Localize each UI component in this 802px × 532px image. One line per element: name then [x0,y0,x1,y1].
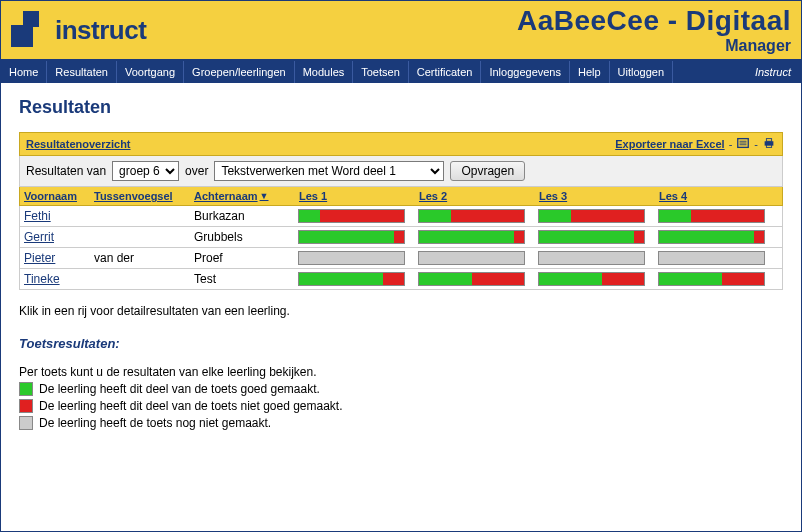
table-row[interactable]: Pietervan derProef [19,248,783,269]
legend-good: De leerling heeft dit deel van de toets … [19,382,783,396]
nav-voortgang[interactable]: Voortgang [117,61,184,83]
result-bar [538,272,645,286]
print-icon[interactable] [762,136,776,152]
cell-voornaam[interactable]: Fethi [20,206,90,226]
overview-bar: Resultatenoverzicht Exporteer naar Excel… [19,132,783,156]
legend-intro: Per toets kunt u de resultaten van elke … [19,365,783,379]
cell-les2 [415,206,535,226]
overview-link[interactable]: Resultatenoverzicht [26,138,131,150]
result-bar [538,209,645,223]
nav-resultaten[interactable]: Resultaten [47,61,117,83]
cell-les1 [295,269,415,289]
table-row[interactable]: TinekeTest [19,269,783,290]
logo-icon [11,11,49,49]
nav-groepen-leerlingen[interactable]: Groepen/leerlingen [184,61,295,83]
module-select[interactable]: Tekstverwerken met Word deel 1 [214,161,444,181]
cell-les4 [655,227,775,247]
col-les2[interactable]: Les 2 [415,187,535,205]
result-bar [418,230,525,244]
nav-uitloggen[interactable]: Uitloggen [610,61,673,83]
legend-bad: De leerling heeft dit deel van de toets … [19,399,783,413]
table-row[interactable]: GerritGrubbels [19,227,783,248]
cell-les3 [535,269,655,289]
result-bar [418,272,525,286]
cell-achternaam: Test [190,269,295,289]
cell-les3 [535,227,655,247]
cell-les4 [655,248,775,268]
page-title: Resultaten [19,97,783,118]
col-les3[interactable]: Les 3 [535,187,655,205]
navbar-brand: Instruct [745,61,801,83]
result-bar [658,230,765,244]
legend-square-grey-icon [19,416,33,430]
result-bar [658,251,765,265]
legend-none: De leerling heeft de toets nog niet gema… [19,416,783,430]
navbar: HomeResultatenVoortgangGroepen/leerlinge… [1,61,801,83]
cell-les4 [655,269,775,289]
logo: instruct [11,11,146,49]
svg-rect-2 [766,139,771,142]
cell-voornaam[interactable]: Gerrit [20,227,90,247]
legend-square-green-icon [19,382,33,396]
group-select[interactable]: groep 6 [112,161,179,181]
toetsresultaten-heading: Toetsresultaten: [19,336,783,351]
cell-achternaam: Proef [190,248,295,268]
nav-modules[interactable]: Modules [295,61,354,83]
cell-les1 [295,206,415,226]
logo-text: instruct [55,15,146,46]
col-les4[interactable]: Les 4 [655,187,775,205]
filter-mid: over [185,164,208,178]
cell-tussenvoegsel [90,206,190,226]
opvragen-button[interactable]: Opvragen [450,161,525,181]
cell-les4 [655,206,775,226]
filter-prefix: Resultaten van [26,164,106,178]
cell-les1 [295,227,415,247]
cell-tussenvoegsel: van der [90,248,190,268]
table-header: Voornaam Tussenvoegsel Achternaam ▼ Les … [19,187,783,206]
export-data-icon[interactable] [736,136,750,152]
nav-certificaten[interactable]: Certificaten [409,61,482,83]
header: instruct AaBeeCee - Digitaal Manager [1,1,801,61]
app-title: AaBeeCee - Digitaal [517,5,791,37]
cell-les2 [415,227,535,247]
cell-achternaam: Burkazan [190,206,295,226]
cell-voornaam[interactable]: Tineke [20,269,90,289]
cell-les3 [535,248,655,268]
cell-les2 [415,248,535,268]
filter-row: Resultaten van groep 6 over Tekstverwerk… [19,156,783,187]
cell-les2 [415,269,535,289]
svg-rect-3 [766,145,771,148]
result-bar [298,272,405,286]
row-hint: Klik in een rij voor detailresultaten va… [19,304,783,318]
cell-les1 [295,248,415,268]
result-bar [298,209,405,223]
result-bar [418,209,525,223]
col-achternaam[interactable]: Achternaam ▼ [190,187,295,205]
nav-toetsen[interactable]: Toetsen [353,61,409,83]
table-row[interactable]: FethiBurkazan [19,206,783,227]
export-excel-link[interactable]: Exporteer naar Excel [615,138,724,150]
cell-achternaam: Grubbels [190,227,295,247]
result-bar [658,272,765,286]
result-bar [298,230,405,244]
nav-inloggegevens[interactable]: Inloggegevens [481,61,570,83]
cell-voornaam[interactable]: Pieter [20,248,90,268]
result-bar [538,230,645,244]
nav-home[interactable]: Home [1,61,47,83]
app-subtitle: Manager [517,37,791,55]
result-bar [298,251,405,265]
cell-tussenvoegsel [90,269,190,289]
col-tussenvoegsel[interactable]: Tussenvoegsel [90,187,190,205]
col-voornaam[interactable]: Voornaam [20,187,90,205]
result-bar [538,251,645,265]
header-right: AaBeeCee - Digitaal Manager [517,5,791,55]
cell-tussenvoegsel [90,227,190,247]
result-bar [418,251,525,265]
result-bar [658,209,765,223]
col-les1[interactable]: Les 1 [295,187,415,205]
cell-les3 [535,206,655,226]
nav-help[interactable]: Help [570,61,610,83]
sort-desc-icon: ▼ [260,191,269,201]
legend-square-red-icon [19,399,33,413]
